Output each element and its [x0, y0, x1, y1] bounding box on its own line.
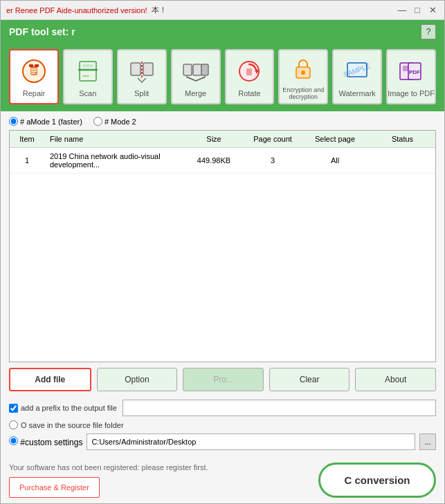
custom-label-text: #custom settings [20, 438, 82, 447]
prefix-label-text: add a prefix to the output file [21, 404, 117, 412]
watermark-label: Watermark [339, 89, 376, 97]
header-bar: PDF tool set: r ? [1, 20, 444, 44]
col-pages-header: Page count [245, 131, 300, 148]
svg-rect-2 [29, 64, 33, 67]
minimize-button[interactable]: — [396, 4, 408, 17]
window-controls: — □ ✕ [396, 4, 439, 17]
svg-rect-3 [35, 64, 39, 67]
settings-area: add a prefix to the output file O save i… [9, 397, 436, 457]
col-select-header: Select page [300, 131, 370, 148]
col-name-header: File name [44, 131, 183, 148]
main-content: # aMode 1 (faster) # Mode 2 Item File na… [1, 111, 444, 503]
svg-rect-19 [246, 68, 252, 75]
maximize-button[interactable]: □ [411, 4, 424, 17]
tool-merge[interactable]: Merge [171, 49, 221, 104]
footer-note: Your software has not been registered: p… [9, 463, 208, 472]
cell-size: 449.98KB [183, 148, 245, 174]
svg-rect-9 [82, 64, 93, 67]
mode2-radio[interactable] [93, 117, 102, 126]
close-button[interactable]: ✕ [426, 4, 439, 17]
merge-label: Merge [185, 89, 206, 97]
mode1-radio[interactable] [9, 117, 18, 126]
tool-rotate[interactable]: Rotate [225, 49, 275, 104]
title-text: er Renee PDF Aide-unauthorized version! … [6, 5, 167, 15]
tool-split[interactable]: Split [117, 49, 167, 104]
footer-area: Your software has not been registered: p… [9, 463, 436, 498]
save-source-radio[interactable] [9, 420, 18, 429]
encrypt-label: Encryption and decryption [280, 86, 327, 100]
about-button[interactable]: About [355, 368, 436, 391]
tool-encrypt[interactable]: Encryption and decryption [278, 49, 328, 104]
mode2-label: # Mode 2 [105, 118, 136, 126]
rotate-icon [234, 56, 264, 86]
cell-item: 1 [10, 148, 44, 174]
repair-icon [19, 56, 49, 86]
prefix-label: add a prefix to the output file [9, 404, 117, 413]
window-title: er Renee PDF Aide-unauthorized version! [6, 6, 147, 15]
header-title: PDF tool set: r [9, 26, 75, 37]
add-file-button[interactable]: Add file [9, 368, 91, 391]
split-icon [127, 56, 157, 86]
watermark-icon: SAMPLE [342, 56, 372, 86]
cell-status [370, 148, 435, 174]
process-button[interactable]: Pro... [183, 368, 264, 391]
save-row: O save in the source file folder [9, 420, 436, 429]
svg-point-21 [301, 71, 305, 75]
table-header: Item File name Size Page count Select pa… [10, 131, 435, 148]
save-label-text: O save in the source file folder [21, 421, 124, 429]
repair-label: Repair [23, 89, 45, 97]
prefix-input[interactable] [122, 400, 436, 416]
cell-filename: 2019 China network audio-visual developm… [44, 148, 183, 174]
svg-rect-15 [193, 64, 201, 75]
cell-select: All [300, 148, 370, 174]
clear-button[interactable]: Clear [269, 368, 350, 391]
svg-rect-16 [201, 64, 208, 75]
help-button[interactable]: ? [421, 24, 436, 39]
table-row: 1 2019 China network audio-visual develo… [10, 148, 435, 174]
window-title-suffix: 本！ [152, 5, 167, 15]
svg-rect-14 [183, 64, 192, 75]
encrypt-icon [288, 53, 318, 84]
svg-rect-1 [30, 66, 37, 75]
purchase-button[interactable]: Purchase & Register [9, 477, 100, 498]
mode1-tab[interactable]: # aMode 1 (faster) [9, 117, 82, 126]
custom-label: #custom settings [9, 436, 82, 447]
mode2-tab[interactable]: # Mode 2 [93, 117, 136, 126]
merge-icon [181, 56, 211, 86]
col-size-header: Size [183, 131, 245, 148]
img2pdf-label: Image to PDF [388, 89, 435, 97]
scan-label: Scan [79, 89, 96, 97]
table-body: 1 2019 China network audio-visual develo… [10, 148, 435, 174]
tool-watermark[interactable]: SAMPLE Watermark [332, 49, 382, 104]
svg-rect-11 [131, 63, 140, 75]
browse-button[interactable]: ... [419, 433, 436, 450]
col-item-header: Item [10, 131, 44, 148]
svg-rect-10 [82, 75, 89, 77]
cell-pages: 3 [245, 148, 300, 174]
mode-area: # aMode 1 (faster) # Mode 2 [9, 117, 436, 126]
custom-radio[interactable] [9, 436, 18, 445]
bottom-buttons: Add file Option Pro... Clear About [9, 368, 436, 391]
prefix-row: add a prefix to the output file [9, 400, 436, 416]
tool-repair[interactable]: Repair [9, 49, 59, 104]
custom-row: #custom settings ... [9, 433, 436, 450]
tools-area: Repair Scan Sp [1, 44, 444, 111]
split-label: Split [134, 89, 149, 97]
tool-img2pdf[interactable]: PDF Image to PDF [386, 49, 436, 104]
img2pdf-icon: PDF [396, 56, 426, 86]
scan-icon [73, 56, 103, 86]
tool-scan[interactable]: Scan [63, 49, 113, 104]
svg-rect-12 [143, 63, 153, 75]
file-table: Item File name Size Page count Select pa… [10, 131, 435, 174]
prefix-checkbox[interactable] [9, 404, 18, 413]
title-bar: er Renee PDF Aide-unauthorized version! … [1, 1, 444, 20]
save-label: O save in the source file folder [9, 420, 124, 429]
svg-text:PDF: PDF [409, 69, 420, 75]
custom-path-input[interactable] [87, 433, 415, 450]
mode1-label: # aMode 1 (faster) [20, 118, 82, 126]
col-status-header: Status [370, 131, 435, 148]
conversion-button[interactable]: C conversion [318, 463, 436, 498]
option-button[interactable]: Option [97, 368, 178, 391]
main-window: er Renee PDF Aide-unauthorized version! … [0, 0, 445, 504]
rotate-label: Rotate [238, 89, 260, 97]
